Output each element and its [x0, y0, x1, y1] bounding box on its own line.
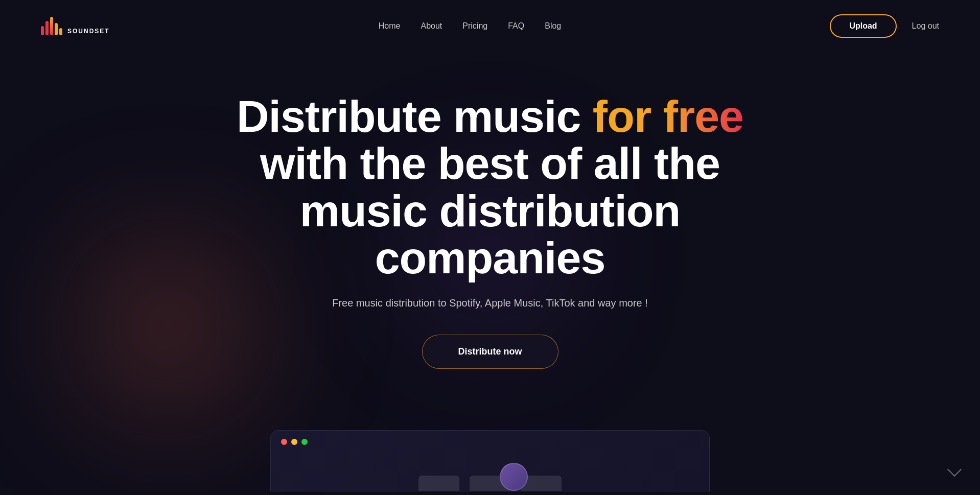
- window-bar-1: [418, 476, 459, 491]
- hero-title-part2: with the best of all the: [260, 138, 720, 188]
- nav-item-about[interactable]: About: [421, 21, 442, 30]
- window-content: [418, 476, 562, 491]
- hero-title: Distribute music for free with the best …: [10, 93, 970, 282]
- nav-item-pricing[interactable]: Pricing: [462, 21, 487, 30]
- nav-right: Upload Log out: [830, 14, 939, 38]
- mockup-area: [0, 430, 980, 491]
- logo-icon: [41, 17, 62, 35]
- nav-item-faq[interactable]: FAQ: [508, 21, 524, 30]
- upload-button[interactable]: Upload: [830, 14, 896, 38]
- hero-subtitle: Free music distribution to Spotify, Appl…: [10, 297, 970, 309]
- hero-title-part1: Distribute music: [237, 91, 593, 142]
- logout-button[interactable]: Log out: [912, 21, 939, 31]
- dot-green: [301, 439, 308, 445]
- hero-title-part3: music distribution: [300, 185, 681, 236]
- logo-bar-3: [50, 17, 53, 35]
- window-dots: [271, 431, 709, 453]
- logo-bar-2: [45, 21, 49, 35]
- dot-red: [281, 439, 287, 445]
- chevron-down-icon: [947, 462, 962, 477]
- logo-bar-5: [59, 28, 62, 35]
- distribute-now-button[interactable]: Distribute now: [422, 335, 558, 369]
- hero-title-part4: companies: [375, 232, 605, 283]
- dot-yellow: [291, 439, 297, 445]
- nav-links: Home About Pricing FAQ Blog: [379, 21, 561, 31]
- avatar-circle: [500, 463, 528, 491]
- navbar: SOUNDSET Home About Pricing FAQ Blog Upl…: [0, 0, 980, 52]
- logo-text: SOUNDSET: [67, 28, 110, 35]
- logo: SOUNDSET: [41, 17, 110, 35]
- logo-bar-4: [55, 23, 58, 35]
- nav-item-blog[interactable]: Blog: [545, 21, 561, 30]
- logo-bar-1: [41, 26, 44, 35]
- hero-section: Distribute music for free with the best …: [0, 52, 980, 399]
- nav-item-home[interactable]: Home: [379, 21, 401, 30]
- scroll-indicator: [949, 464, 960, 475]
- hero-title-free: free: [663, 91, 743, 142]
- hero-title-for: for: [593, 91, 663, 142]
- mockup-window: [270, 430, 710, 491]
